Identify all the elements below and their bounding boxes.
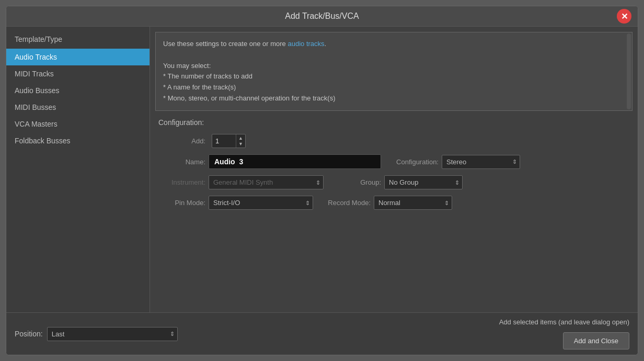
desc-line5: * Mono, stereo, or multi-channel operati… [163,93,625,104]
main-content: Template/Type Audio Tracks MIDI Tracks A… [6,27,638,312]
desc-line2: You may select: [163,61,625,72]
config-section: Configuration: Add: ▲ ▼ Name: [150,111,638,312]
main-dialog: Add Track/Bus/VCA ✕ Template/Type Audio … [6,6,638,355]
configuration-field-wrapper: Configuration: Stereo Mono [392,155,520,169]
spin-down-icon[interactable]: ▼ [238,141,243,147]
group-select[interactable]: No Group [384,175,463,189]
instrument-field-wrapper: Instrument: General MIDI Synth [158,175,324,189]
sidebar-item-audio-tracks[interactable]: Audio Tracks [6,49,150,65]
group-label: Group: [334,178,381,186]
add-selected-button[interactable]: Add selected items (and leave dialog ope… [499,318,629,326]
right-panel: Use these settings to create one or more… [150,27,638,312]
configuration-select[interactable]: Stereo Mono [442,155,520,169]
name-field-wrapper: Name: [158,154,381,169]
add-count-input[interactable] [212,135,236,147]
close-button[interactable]: ✕ [617,9,631,24]
track-name-input[interactable] [209,154,381,169]
sidebar-item-midi-busses[interactable]: MIDI Busses [6,99,150,116]
configuration-select-wrapper: Stereo Mono [442,155,520,169]
add-spinner[interactable]: ▲ ▼ [236,134,245,148]
dialog-title: Add Track/Bus/VCA [285,12,359,21]
add-label: Add: [158,137,205,145]
instrument-select-wrapper: General MIDI Synth [209,175,324,189]
instrument-group-row: Instrument: General MIDI Synth Group: No… [158,175,629,189]
desc-line4: * A name for the track(s) [163,82,625,93]
name-config-row: Name: Configuration: Stereo Mono [158,154,629,169]
sidebar-item-midi-tracks[interactable]: MIDI Tracks [6,65,150,82]
config-title: Configuration: [158,118,629,127]
desc-line3: * The number of tracks to add [163,71,625,82]
desc-line1: Use these settings to create one or more… [163,39,625,50]
add-input-wrapper: ▲ ▼ [212,134,246,149]
group-field-wrapper: Group: No Group [334,175,463,189]
sidebar-item-foldback-busses[interactable]: Foldback Busses [6,132,150,149]
record-mode-select-wrapper: Normal [374,196,452,210]
title-bar: Add Track/Bus/VCA ✕ [6,6,638,27]
record-mode-label: Record Mode: [324,199,371,207]
pin-mode-select[interactable]: Strict-I/O [209,196,313,210]
position-row: Position: Last First Before Selected Aft… [15,327,178,341]
record-mode-select[interactable]: Normal [374,196,452,210]
sidebar-item-audio-busses[interactable]: Audio Busses [6,82,150,99]
footer-actions: Add selected items (and leave dialog ope… [499,318,629,349]
pin-mode-field-wrapper: Pin Mode: Strict-I/O [158,196,313,210]
pin-mode-select-wrapper: Strict-I/O [209,196,313,210]
add-close-button[interactable]: Add and Close [563,332,629,349]
position-label: Position: [15,330,43,338]
sidebar: Template/Type Audio Tracks MIDI Tracks A… [6,27,150,312]
instrument-select[interactable]: General MIDI Synth [209,175,324,189]
sidebar-header: Template/Type [6,32,150,49]
description-box: Use these settings to create one or more… [155,32,632,111]
position-select[interactable]: Last First Before Selected After Selecte… [47,327,178,341]
instrument-label: Instrument: [158,178,205,186]
sidebar-item-vca-masters[interactable]: VCA Masters [6,116,150,132]
scrollbar[interactable] [627,33,631,109]
pin-mode-label: Pin Mode: [158,199,205,207]
spin-up-icon[interactable]: ▲ [238,136,243,141]
group-select-wrapper: No Group [384,175,463,189]
footer: Position: Last First Before Selected Aft… [6,312,638,355]
configuration-label: Configuration: [392,158,439,166]
add-row: Add: ▲ ▼ [158,134,629,149]
name-label: Name: [158,158,205,166]
pin-record-row: Pin Mode: Strict-I/O Record Mode: Normal [158,196,629,210]
position-select-wrapper: Last First Before Selected After Selecte… [47,327,178,341]
record-mode-field-wrapper: Record Mode: Normal [324,196,452,210]
